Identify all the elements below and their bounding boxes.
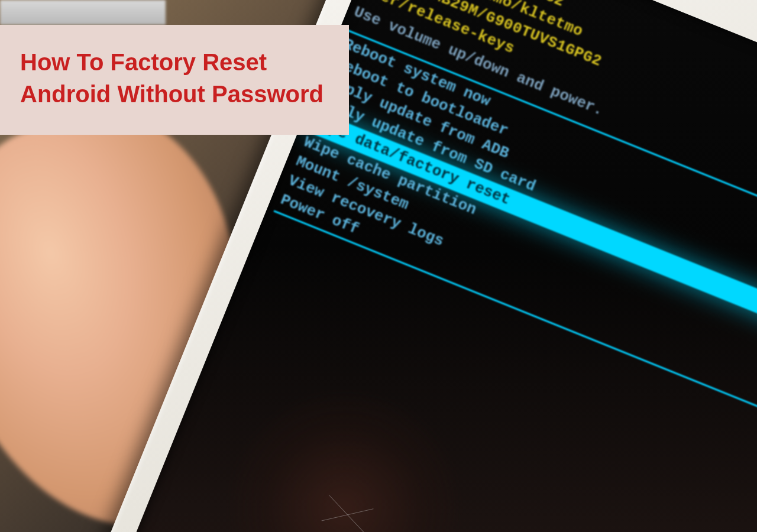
title-overlay-box: How To Factory Reset Android Without Pas… bbox=[0, 25, 349, 135]
keyboard-background bbox=[0, 0, 166, 25]
article-title: How To Factory Reset Android Without Pas… bbox=[20, 46, 329, 110]
